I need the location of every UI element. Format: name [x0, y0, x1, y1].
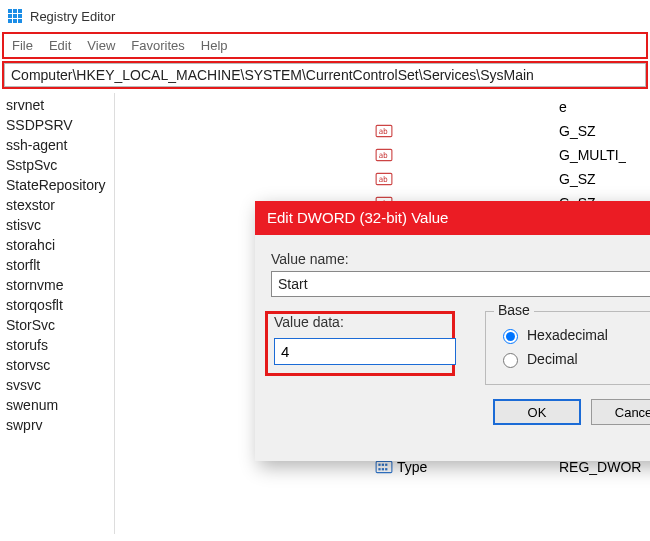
ok-button[interactable]: OK: [493, 399, 581, 425]
key-tree-item[interactable]: ssh-agent: [0, 135, 114, 155]
value-type: G_SZ: [559, 171, 596, 187]
key-tree-item[interactable]: swenum: [0, 395, 114, 415]
key-tree-item[interactable]: srvnet: [0, 95, 114, 115]
value-row[interactable]: abG_MULTI_: [373, 143, 650, 167]
window-title: Registry Editor: [30, 9, 115, 24]
key-tree[interactable]: srvnetSSDPSRVssh-agentSstpSvcStateReposi…: [0, 93, 115, 534]
value-type: G_SZ: [559, 123, 596, 139]
string-value-icon: ab: [375, 146, 393, 164]
key-tree-item[interactable]: SstpSvc: [0, 155, 114, 175]
menu-help[interactable]: Help: [201, 38, 228, 53]
svg-rect-71: [378, 468, 380, 470]
radio-hexadecimal[interactable]: Hexadecimal: [498, 326, 650, 344]
svg-rect-73: [385, 468, 387, 470]
value-type: REG_DWOR: [559, 459, 641, 475]
svg-rect-6: [8, 19, 12, 23]
value-row[interactable]: abG_SZ: [373, 167, 650, 191]
svg-text:ab: ab: [378, 151, 388, 160]
value-row[interactable]: e: [373, 95, 650, 119]
value-name-label: Value name:: [271, 251, 650, 267]
cancel-button[interactable]: Cancel: [591, 399, 650, 425]
value-row[interactable]: abG_SZ: [373, 119, 650, 143]
address-input[interactable]: [4, 63, 646, 87]
window-titlebar: Registry Editor: [0, 0, 650, 32]
key-tree-item[interactable]: storflt: [0, 255, 114, 275]
menubar-highlight: File Edit View Favorites Help: [2, 32, 648, 59]
dialog-title-text: Edit DWORD (32-bit) Value: [267, 201, 448, 235]
svg-text:ab: ab: [378, 127, 388, 136]
string-value-icon: ab: [375, 122, 393, 140]
radio-dec-label: Decimal: [527, 351, 578, 367]
base-legend: Base: [494, 302, 534, 318]
svg-rect-3: [8, 14, 12, 18]
value-name-field[interactable]: [271, 271, 650, 297]
key-tree-item[interactable]: stexstor: [0, 195, 114, 215]
svg-rect-5: [18, 14, 22, 18]
key-tree-item[interactable]: storvsc: [0, 355, 114, 375]
key-tree-item[interactable]: StateRepository: [0, 175, 114, 195]
svg-text:ab: ab: [378, 175, 388, 184]
menubar: File Edit View Favorites Help: [4, 34, 646, 57]
svg-rect-68: [378, 464, 380, 466]
key-tree-item[interactable]: stornvme: [0, 275, 114, 295]
svg-rect-7: [13, 19, 17, 23]
key-tree-item[interactable]: storqosflt: [0, 295, 114, 315]
base-groupbox: Base Hexadecimal Decimal: [485, 311, 650, 385]
menu-favorites[interactable]: Favorites: [131, 38, 184, 53]
edit-dword-dialog: Edit DWORD (32-bit) Value ✕ Value name: …: [255, 201, 650, 461]
key-tree-item[interactable]: StorSvc: [0, 315, 114, 335]
string-value-icon: ab: [375, 170, 393, 188]
key-tree-item[interactable]: storufs: [0, 335, 114, 355]
svg-rect-2: [18, 9, 22, 13]
svg-rect-70: [385, 464, 387, 466]
svg-rect-0: [8, 9, 12, 13]
value-data-highlight: Value data:: [265, 311, 455, 376]
value-type: G_MULTI_: [559, 147, 626, 163]
key-tree-item[interactable]: storahci: [0, 235, 114, 255]
value-name: Type: [397, 459, 555, 475]
registry-editor-icon: [6, 7, 24, 25]
key-tree-item[interactable]: svsvc: [0, 375, 114, 395]
menu-file[interactable]: File: [12, 38, 33, 53]
svg-rect-69: [382, 464, 384, 466]
svg-rect-1: [13, 9, 17, 13]
key-tree-item[interactable]: swprv: [0, 415, 114, 435]
svg-rect-8: [18, 19, 22, 23]
radio-hex-input[interactable]: [503, 329, 518, 344]
addressbar-highlight: [2, 61, 648, 89]
value-type: e: [559, 99, 567, 115]
value-icon: [375, 98, 393, 116]
radio-decimal[interactable]: Decimal: [498, 350, 650, 368]
menu-edit[interactable]: Edit: [49, 38, 71, 53]
key-tree-item[interactable]: stisvc: [0, 215, 114, 235]
radio-hex-label: Hexadecimal: [527, 327, 608, 343]
svg-rect-4: [13, 14, 17, 18]
key-tree-item[interactable]: SSDPSRV: [0, 115, 114, 135]
svg-rect-67: [376, 461, 392, 472]
svg-rect-72: [382, 468, 384, 470]
value-data-label: Value data:: [274, 314, 446, 330]
menu-view[interactable]: View: [87, 38, 115, 53]
radio-dec-input[interactable]: [503, 353, 518, 368]
value-data-field[interactable]: [274, 338, 456, 365]
dialog-titlebar: Edit DWORD (32-bit) Value ✕: [255, 201, 650, 235]
